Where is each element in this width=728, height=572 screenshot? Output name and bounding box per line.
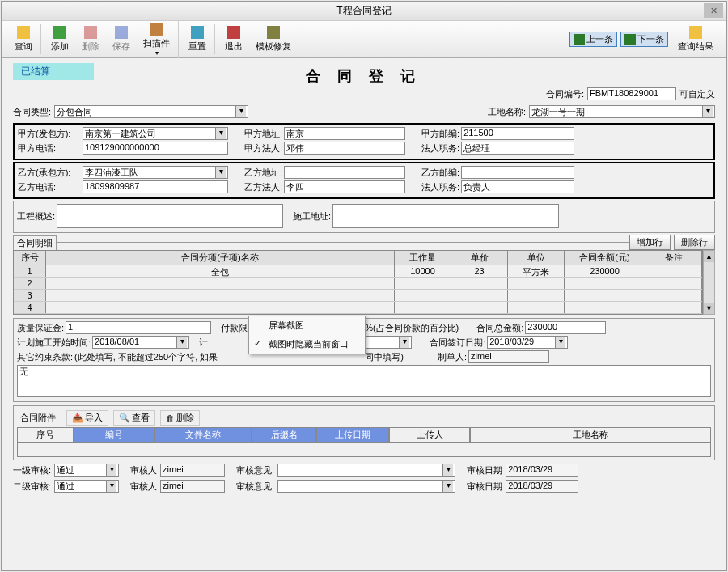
total-amount-input[interactable]: 230000 <box>525 321 606 334</box>
scroll-down-button[interactable]: ▼ <box>704 303 714 314</box>
add-row-button[interactable]: 增加行 <box>629 235 671 250</box>
party-a-legal-input[interactable]: 邓伟 <box>284 142 405 155</box>
attach-view-button[interactable]: 🔍查看 <box>113 410 155 426</box>
party-a-name-select[interactable]: 南京第一建筑公司 <box>83 127 228 140</box>
contract-type-label: 合同类型: <box>13 106 51 118</box>
attach-grid-body[interactable] <box>17 443 711 457</box>
party-b-addr-input[interactable] <box>284 166 405 179</box>
status-badge: 已结算 <box>13 63 94 80</box>
site-name-label: 工地名称: <box>488 106 526 118</box>
context-menu[interactable]: 屏幕截图 截图时隐藏当前窗口 <box>248 316 366 354</box>
detail-grid-header: 序号 合同分项(子项)名称 工作量 单价 单位 合同金额(元) 备注 <box>13 250 703 265</box>
refresh-icon <box>191 26 204 39</box>
table-row[interactable]: 4 <box>14 302 702 314</box>
other-terms-input[interactable]: 无 <box>17 365 711 397</box>
plan-start-date[interactable]: 2018/08/01 <box>92 336 189 349</box>
audit1-status-select[interactable]: 通过 <box>54 464 119 477</box>
titlebar: T程合同登记 ✕ <box>2 2 726 21</box>
audit2-opinion-select[interactable] <box>277 480 455 493</box>
disk-icon <box>115 26 128 39</box>
attach-box: 合同附件 📥导入 🔍查看 🗑删除 序号 编号 文件名称 后缀名 上传日期 上传人… <box>13 405 715 460</box>
main-window: T程合同登记 ✕ 查询 添加 删除 保存 扫描件▾ 重置 退出 模板修复 上一条… <box>1 1 727 571</box>
audit2-status-select[interactable]: 通过 <box>54 480 119 493</box>
party-a-post-input[interactable]: 211500 <box>461 127 574 140</box>
view-icon: 🔍 <box>119 413 130 423</box>
party-a-duty-input[interactable]: 总经理 <box>461 142 574 155</box>
party-a-phone-input[interactable]: 109129000000000 <box>83 142 228 155</box>
exit-icon <box>227 26 240 39</box>
quality-input[interactable]: 1 <box>66 321 211 334</box>
audit-level-1: 一级审核: 通过 审核人 zimei 审核意见: 审核日期 2018/03/29 <box>13 464 715 477</box>
exit-button[interactable]: 退出 <box>218 24 249 54</box>
scan-icon <box>150 23 163 36</box>
menu-hide-window[interactable]: 截图时隐藏当前窗口 <box>249 335 365 354</box>
mid-box: 质量保证金: 1 付款限: %(占合同价款的百分比) 合同总金额: 230000… <box>13 318 715 402</box>
close-button[interactable]: ✕ <box>704 3 723 18</box>
template-icon <box>267 26 280 39</box>
table-row[interactable]: 1全包1000023平方米230000 <box>14 265 702 278</box>
content-area: 已结算 合 同 登 记 合同编号: FBMT180829001 可自定义 合同类… <box>2 58 726 570</box>
party-b-box: 乙方(承包方): 李四油漆工队 乙方地址: 乙方邮编: 乙方电话: 180998… <box>13 162 715 199</box>
delete-icon: 🗑 <box>166 413 175 423</box>
audit2-date: 2018/03/29 <box>506 480 578 493</box>
contract-type-select[interactable]: 分包合同 <box>54 105 248 118</box>
page-title: 合 同 登 记 <box>13 66 715 86</box>
query-result-button[interactable]: 查询结果 <box>671 24 720 54</box>
attach-grid-header: 序号 编号 文件名称 后缀名 上传日期 上传人 工地名称 <box>17 427 711 443</box>
party-b-legal-input[interactable]: 李四 <box>284 180 405 193</box>
import-icon: 📥 <box>72 413 83 423</box>
window-title: T程合同登记 <box>336 4 391 18</box>
menu-screenshot[interactable]: 屏幕截图 <box>249 316 365 335</box>
party-b-name-select[interactable]: 李四油漆工队 <box>83 166 228 179</box>
arrow-right-icon <box>624 34 636 45</box>
contract-no-label: 合同编号: <box>546 88 584 100</box>
table-row[interactable]: 2 <box>14 278 702 290</box>
arrow-left-icon <box>574 34 585 45</box>
project-desc-input[interactable] <box>57 204 283 228</box>
search-icon <box>17 26 30 39</box>
save-button[interactable]: 保存 <box>106 24 137 54</box>
desc-box: 工程概述: 施工地址: <box>13 201 715 233</box>
audit-level-2: 二级审核: 通过 审核人 zimei 审核意见: 审核日期 2018/03/29 <box>13 480 715 493</box>
audit1-person: zimei <box>160 464 225 477</box>
maker-input: zimei <box>468 350 549 363</box>
scroll-up-button[interactable]: ▲ <box>704 251 714 262</box>
template-repair-button[interactable]: 模板修复 <box>249 24 298 54</box>
site-name-select[interactable]: 龙湖一号一期 <box>529 105 715 118</box>
delete-button[interactable]: 删除 <box>75 24 106 54</box>
x-icon <box>84 26 97 39</box>
result-icon <box>689 26 702 39</box>
scan-button[interactable]: 扫描件▾ <box>137 21 179 58</box>
plus-icon <box>53 26 66 39</box>
party-a-addr-input[interactable]: 南京 <box>284 127 405 140</box>
sign-date[interactable]: 2018/03/29 <box>487 336 568 349</box>
table-row[interactable]: 3 <box>14 290 702 302</box>
toolbar: 查询 添加 删除 保存 扫描件▾ 重置 退出 模板修复 上一条 下一条 查询结果 <box>2 21 726 58</box>
query-button[interactable]: 查询 <box>8 24 41 54</box>
delete-row-button[interactable]: 删除行 <box>674 235 715 250</box>
party-b-duty-input[interactable]: 负责人 <box>461 180 574 193</box>
party-b-phone-input[interactable]: 18099809987 <box>83 180 228 193</box>
construct-addr-input[interactable] <box>332 204 559 228</box>
custom-label: 可自定义 <box>679 88 715 100</box>
contract-no-input[interactable]: FBMT180829001 <box>587 87 676 100</box>
reset-button[interactable]: 重置 <box>182 24 215 54</box>
add-button[interactable]: 添加 <box>44 24 75 54</box>
audit1-date: 2018/03/29 <box>506 464 578 477</box>
detail-scrollbar[interactable]: ▲ ▼ <box>703 250 715 315</box>
audit1-opinion-select[interactable] <box>277 464 455 477</box>
prev-record-button[interactable]: 上一条 <box>569 32 617 47</box>
detail-grid-body[interactable]: 1全包1000023平方米230000234 <box>13 265 703 315</box>
audit2-person: zimei <box>160 480 225 493</box>
next-record-button[interactable]: 下一条 <box>620 32 668 47</box>
attach-delete-button[interactable]: 🗑删除 <box>160 410 200 426</box>
attach-import-button[interactable]: 📥导入 <box>66 410 108 426</box>
detail-section-label: 合同明细 <box>13 235 57 250</box>
party-a-box: 甲方(发包方): 南京第一建筑公司 甲方地址: 南京 甲方邮编: 211500 … <box>13 123 715 160</box>
party-b-post-input[interactable] <box>461 166 574 179</box>
